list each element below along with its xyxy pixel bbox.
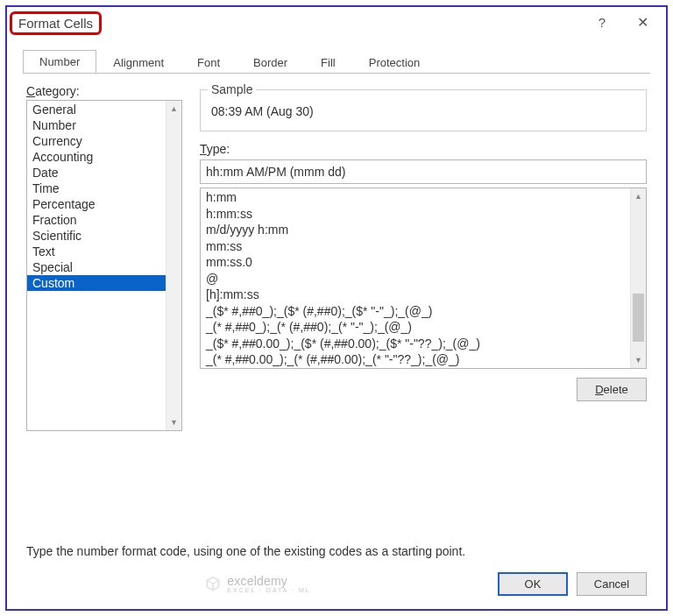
type-item[interactable]: _($* #,##0.00_);_($* (#,##0.00);_($* "-"… bbox=[201, 336, 630, 352]
category-scrollbar[interactable]: ▲ ▼ bbox=[166, 101, 181, 430]
details-column: Sample 08:39 AM (Aug 30) Type: h:mm h:mm… bbox=[200, 84, 647, 523]
type-item[interactable]: _(* #,##0.00_);_(* (#,##0.00);_(* "-"??_… bbox=[201, 351, 630, 368]
category-listbox[interactable]: General Number Currency Accounting Date … bbox=[26, 100, 182, 431]
category-list: General Number Currency Accounting Date … bbox=[27, 101, 166, 430]
type-scrollbar[interactable]: ▲ ▼ bbox=[630, 188, 646, 368]
dialog-footer: exceldemy EXCEL · DATA · ML OK Cancel bbox=[7, 558, 666, 609]
category-column: Category: General Number Currency Accoun… bbox=[26, 84, 182, 523]
cancel-button[interactable]: Cancel bbox=[577, 572, 647, 596]
category-item-fraction[interactable]: Fraction bbox=[27, 212, 166, 228]
delete-button[interactable]: Delete bbox=[577, 378, 647, 401]
category-item-percentage[interactable]: Percentage bbox=[27, 196, 166, 212]
category-item-custom[interactable]: Custom bbox=[27, 275, 166, 291]
watermark-logo: exceldemy EXCEL · DATA · ML bbox=[26, 575, 489, 593]
type-item[interactable]: _($* #,##0_);_($* (#,##0);_($* "-"_);_(@… bbox=[201, 303, 630, 320]
type-input[interactable] bbox=[200, 159, 647, 184]
type-item[interactable]: mm:ss bbox=[201, 238, 630, 255]
scroll-up-icon[interactable]: ▲ bbox=[166, 101, 181, 117]
watermark-subtext: EXCEL · DATA · ML bbox=[227, 587, 310, 593]
category-label: Category: bbox=[26, 84, 182, 98]
dialog-tabs: Number Alignment Font Border Fill Protec… bbox=[23, 47, 666, 74]
type-item[interactable]: @ bbox=[201, 271, 630, 287]
help-button[interactable]: ? bbox=[582, 9, 622, 35]
type-item[interactable]: _(* #,##0_);_(* (#,##0);_(* "-"_);_(@_) bbox=[201, 319, 630, 336]
ok-button[interactable]: OK bbox=[498, 572, 568, 596]
tab-fill[interactable]: Fill bbox=[304, 51, 352, 74]
sample-label: Sample bbox=[208, 82, 256, 96]
category-item-date[interactable]: Date bbox=[27, 165, 166, 181]
tab-border[interactable]: Border bbox=[237, 51, 304, 74]
category-item-general[interactable]: General bbox=[27, 102, 166, 117]
scroll-down-icon[interactable]: ▼ bbox=[631, 352, 646, 368]
format-cells-dialog: Format Cells ? ✕ Number Alignment Font B… bbox=[5, 5, 668, 611]
type-item[interactable]: mm:ss.0 bbox=[201, 254, 630, 271]
type-item[interactable]: hh:mm AM/PM (mmm dd) bbox=[201, 368, 630, 369]
category-item-accounting[interactable]: Accounting bbox=[27, 149, 166, 165]
scroll-thumb[interactable] bbox=[633, 294, 644, 342]
type-item[interactable]: [h]:mm:ss bbox=[201, 287, 630, 303]
type-label: Type: bbox=[200, 142, 647, 156]
category-item-time[interactable]: Time bbox=[27, 181, 166, 196]
type-item[interactable]: h:mm bbox=[201, 189, 630, 206]
hint-text: Type the number format code, using one o… bbox=[26, 544, 647, 558]
watermark-text: exceldemy bbox=[227, 575, 310, 587]
scroll-down-icon[interactable]: ▼ bbox=[166, 414, 181, 430]
tab-number[interactable]: Number bbox=[23, 50, 96, 74]
titlebar: Format Cells ? ✕ bbox=[7, 7, 666, 37]
close-button[interactable]: ✕ bbox=[622, 9, 662, 35]
tab-font[interactable]: Font bbox=[181, 51, 237, 74]
category-item-scientific[interactable]: Scientific bbox=[27, 228, 166, 244]
sample-value: 08:39 AM (Aug 30) bbox=[209, 101, 637, 122]
category-item-special[interactable]: Special bbox=[27, 259, 166, 275]
type-list: h:mm h:mm:ss m/d/yyyy h:mm mm:ss mm:ss.0… bbox=[201, 188, 630, 368]
tab-alignment[interactable]: Alignment bbox=[96, 51, 181, 74]
type-item[interactable]: m/d/yyyy h:mm bbox=[201, 222, 630, 238]
cube-icon bbox=[204, 575, 222, 592]
type-listbox[interactable]: h:mm h:mm:ss m/d/yyyy h:mm mm:ss mm:ss.0… bbox=[200, 188, 647, 369]
scroll-up-icon[interactable]: ▲ bbox=[631, 188, 646, 204]
type-item[interactable]: h:mm:ss bbox=[201, 206, 630, 223]
category-item-currency[interactable]: Currency bbox=[27, 133, 166, 149]
dialog-title: Format Cells bbox=[10, 11, 102, 35]
category-item-number[interactable]: Number bbox=[27, 117, 166, 133]
tab-content: Category: General Number Currency Accoun… bbox=[7, 74, 666, 523]
sample-groupbox: Sample 08:39 AM (Aug 30) bbox=[200, 89, 647, 131]
tab-protection[interactable]: Protection bbox=[352, 51, 437, 74]
category-item-text[interactable]: Text bbox=[27, 244, 166, 259]
